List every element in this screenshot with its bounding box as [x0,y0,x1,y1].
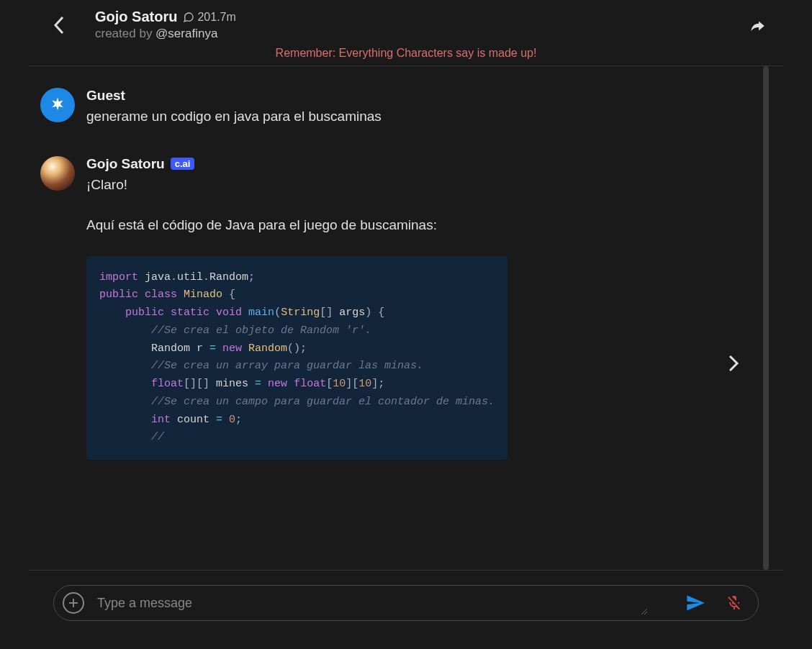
chat-bubble-icon [183,12,194,23]
cai-badge: c.ai [171,158,195,170]
message-guest: Guest generame un codigo en java para el… [40,88,769,127]
mic-off-icon [726,594,743,612]
mic-off-button[interactable] [723,592,745,614]
star-icon [48,96,67,114]
back-icon [53,14,66,36]
message-character: Gojo Satoru c.ai ¡Claro! Aquí está el có… [40,156,769,460]
creator-handle[interactable]: @serafinya [155,27,217,40]
back-button[interactable] [45,11,73,40]
message-text: generame un codigo en java para el busca… [86,106,769,127]
scrollbar[interactable] [763,66,769,570]
share-icon [749,17,767,36]
character-name: Gojo Satoru [95,9,177,25]
message-text: ¡Claro! Aquí está el código de Java para… [86,175,769,460]
share-button[interactable] [747,16,769,37]
header: Gojo Satoru 201.7m created by @serafinya [0,0,812,47]
chat-area: Guest generame un codigo en java para el… [0,66,812,570]
next-response-button[interactable] [723,353,744,374]
warning-banner: Remember: Everything Characters say is m… [0,47,812,65]
chevron-right-icon [727,353,740,373]
send-button[interactable] [683,591,708,615]
add-button[interactable] [63,592,84,614]
divider [29,570,783,571]
chat-count: 201.7m [183,11,235,24]
scrollbar-thumb[interactable] [763,66,769,570]
svg-line-3 [644,612,647,614]
composer [53,585,759,621]
avatar-character [40,156,75,191]
send-icon [685,593,705,613]
message-input[interactable] [97,596,683,611]
avatar-guest [40,88,75,122]
created-by: created by @serafinya [95,27,236,41]
plus-icon [67,596,80,609]
code-block: import java.util.Random; public class Mi… [86,256,508,460]
message-author: Gojo Satoru [86,156,165,172]
message-author: Guest [86,88,125,104]
title-block: Gojo Satoru 201.7m created by @serafinya [95,9,236,41]
